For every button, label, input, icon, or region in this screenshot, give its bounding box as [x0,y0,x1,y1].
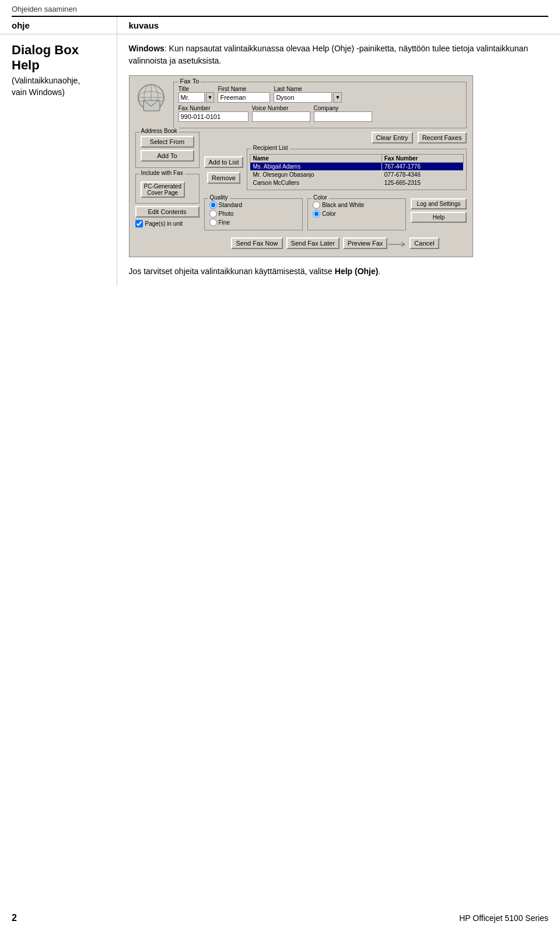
title-input[interactable] [178,92,205,103]
company-input[interactable] [314,111,372,122]
left-column: Dialog Box Help (Valintaikkunaohje,vain … [0,34,117,286]
main-table: ohje kuvaus Dialog Box Help (Valintaikku… [0,17,560,286]
add-to-list-button[interactable]: Add to List [204,156,244,168]
remove-button[interactable]: Remove [207,172,240,184]
send-fax-now-button[interactable]: Send Fax Now [231,237,282,249]
table-row[interactable]: Mr. Olesegun Obasanjo 077-678-4346 [250,171,463,179]
cancel-button[interactable]: Cancel [410,237,439,249]
photo-label: Photo [219,211,234,217]
log-settings-button[interactable]: Log and Settings [411,198,466,209]
section-title: Dialog Box Help [12,43,105,73]
footer-note: Jos tarvitset ohjeita valintaikkunan käy… [129,265,549,278]
send-fax-later-button[interactable]: Send Fax Later [286,237,340,249]
standard-radio[interactable] [209,201,217,209]
recent-faxes-button[interactable]: Recent Faxes [418,132,467,143]
dialog-screenshot: Fax To Title ▼ First Name [129,75,473,257]
table-row[interactable]: Carson McCullers 125-665-2315 [250,179,463,187]
title-dropdown-icon[interactable]: ▼ [206,92,215,103]
recipient-table-header: Name Fax Number [250,155,463,163]
footer-note-end: . [378,267,380,276]
pages-label: Page(s) in unit [145,220,183,227]
clear-entry-button[interactable]: Clear Entry [372,132,413,143]
clear-recent-row: Clear Entry Recent Faxes [204,132,467,145]
voice-number-input[interactable] [252,111,310,122]
black-white-radio-row: Black and White [313,201,401,209]
recipient-fax: 077-678-4346 [382,171,463,179]
first-name-label: First Name [218,86,270,92]
black-white-label: Black and White [322,202,364,208]
fine-label: Fine [219,219,230,226]
footer-note-bold: Help (Ohje) [335,267,379,276]
add-remove-controls: Add to List Remove [204,149,244,192]
fax-field-row: Fax Number Voice Number Company [178,105,461,122]
recipient-section: Add to List Remove Recipient List Name [204,149,467,192]
bottom-action-row: Send Fax Now Send Fax Later Preview Fax [204,237,467,251]
footer-note-text: Jos tarvitset ohjeita valintaikkunan käy… [129,267,335,276]
include-fax-legend: Include with Fax [139,170,185,176]
page-footer: 2 HP Officejet 5100 Series [12,913,548,923]
col2-header: kuvaus [117,17,560,34]
cover-page-button[interactable]: PC-Generated Cover Page [141,181,185,198]
recipient-list-legend: Recipient List [251,145,289,151]
name-column-header: Name [250,155,382,163]
pages-checkbox-row: Page(s) in unit [135,220,200,227]
recipient-name: Carson McCullers [250,179,382,187]
intro-bold: Windows [129,44,164,53]
help-button[interactable]: Help [411,212,466,223]
product-name: HP Officejet 5100 Series [459,913,548,923]
fax-number-input[interactable] [178,111,249,122]
first-name-input[interactable] [218,92,270,103]
fine-radio[interactable] [209,219,217,226]
fine-radio-row: Fine [209,219,298,226]
select-from-button[interactable]: Select From [141,136,194,148]
color-radio-row: Color [313,210,401,218]
address-book-group: Address Book Select From Add To [135,132,200,168]
standard-radio-row: Standard [209,201,298,209]
bottom-options-row: Quality Standard Photo [204,198,467,230]
photo-radio[interactable] [209,210,217,218]
voice-number-label: Voice Number [252,105,310,111]
add-to-button[interactable]: Add To [141,150,194,162]
arrow-icon [388,240,406,248]
color-legend: Color [312,194,329,201]
last-name-label: Last Name [274,86,342,92]
recipient-name: Ms. Abigail Adams [250,163,382,171]
section-subtitle: (Valintaikkunaohje,vain Windows) [12,75,105,98]
fax-number-column-header: Fax Number [382,155,463,163]
right-panel: Clear Entry Recent Faxes Add to List Rem… [204,132,467,251]
table-row[interactable]: Ms. Abigail Adams 767-447-1776 [250,163,463,171]
intro-text: : Kun napsautat valintaikkunassa olevaa … [129,44,528,65]
left-controls: Address Book Select From Add To Include … [135,132,200,251]
quality-legend: Quality [208,194,230,201]
quality-group: Quality Standard Photo [204,198,303,230]
fax-number-label: Fax Number [178,105,249,111]
recipient-table-body: Ms. Abigail Adams 767-447-1776 Mr. Olese… [250,163,463,187]
fax-to-legend: Fax To [178,78,201,85]
company-label: Company [314,105,372,111]
globe-icon [135,82,167,114]
intro-paragraph: Windows: Kun napsautat valintaikkunassa … [129,43,549,67]
last-name-input[interactable] [274,92,332,103]
recipient-fax: 125-665-2315 [382,179,463,187]
address-book-legend: Address Book [139,128,179,134]
edit-contents-button[interactable]: Edit Contents [135,206,200,218]
preview-fax-button[interactable]: Preview Fax [343,237,388,249]
recipient-name: Mr. Olesegun Obasanjo [250,171,382,179]
cover-page-line2: Cover Page [147,190,178,196]
color-group: Color Black and White Color [307,198,406,230]
recipient-fax: 767-447-1776 [382,163,463,171]
column-headers: ohje kuvaus [0,17,560,34]
lastname-dropdown-icon[interactable]: ▼ [333,92,342,103]
recipient-table: Name Fax Number Ms. Abigail Adams 767-44… [250,154,463,187]
color-radio[interactable] [313,210,320,218]
recipient-list-group: Recipient List Name Fax Number [247,149,466,190]
page-number: 2 [12,913,17,923]
black-white-radio[interactable] [313,201,320,209]
dialog-middle-section: Address Book Select From Add To Include … [135,132,467,251]
pages-checkbox[interactable] [135,220,143,227]
include-fax-group: Include with Fax PC-Generated Cover Page [135,174,200,204]
standard-label: Standard [219,202,243,208]
name-field-row: Title ▼ First Name L [178,86,461,103]
title-label: Title [178,86,215,92]
cover-page-line1: PC-Generated [144,183,181,190]
